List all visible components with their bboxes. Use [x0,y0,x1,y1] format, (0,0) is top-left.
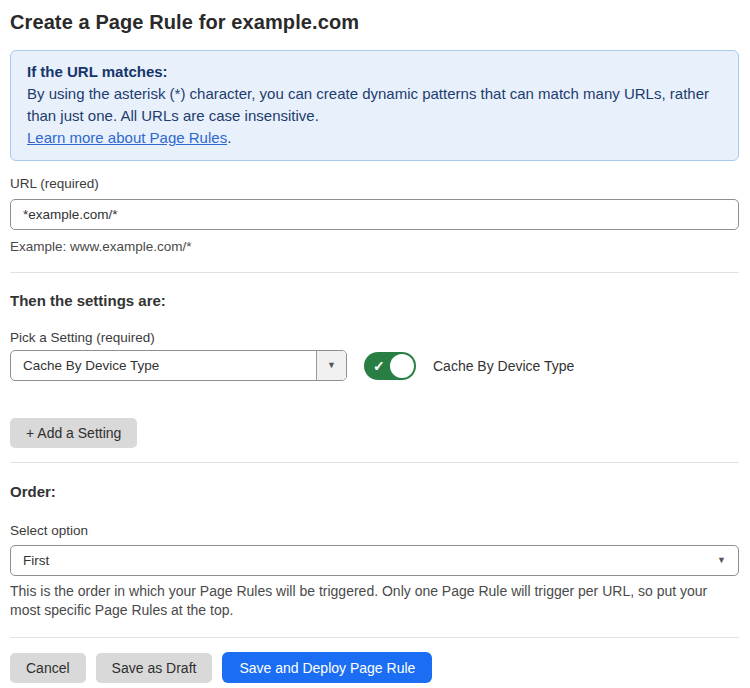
info-box-link-line: Learn more about Page Rules. [27,127,722,149]
toggle-knob [390,354,414,378]
link-suffix: . [227,129,231,146]
dropdown-arrow-button[interactable]: ▼ [316,351,346,380]
url-input[interactable] [10,199,739,230]
settings-heading: Then the settings are: [10,292,739,310]
setting-select-value: Cache By Device Type [11,351,316,380]
learn-more-link[interactable]: Learn more about Page Rules [27,129,227,146]
pick-setting-label: Pick a Setting (required) [10,330,739,346]
check-icon: ✓ [373,357,385,375]
url-helper-text: Example: www.example.com/* [10,237,739,256]
page-title: Create a Page Rule for example.com [10,8,739,36]
footer-actions: Cancel Save as Draft Save and Deploy Pag… [10,652,739,683]
save-deploy-button[interactable]: Save and Deploy Page Rule [222,652,432,683]
setting-select[interactable]: Cache By Device Type ▼ [10,350,347,381]
divider [10,272,739,273]
save-draft-button[interactable]: Save as Draft [96,653,213,683]
url-match-info-box: If the URL matches: By using the asteris… [10,50,739,161]
order-select-value: First [23,553,717,568]
cache-by-device-type-toggle[interactable]: ✓ [364,352,416,380]
toggle-label: Cache By Device Type [433,358,574,374]
chevron-down-icon: ▼ [327,361,336,370]
select-option-label: Select option [10,523,739,539]
chevron-down-icon: ▼ [717,556,726,565]
add-setting-button[interactable]: + Add a Setting [10,418,137,448]
order-select[interactable]: First ▼ [10,545,739,576]
divider [10,637,739,638]
info-box-heading: If the URL matches: [27,61,722,83]
url-label: URL (required) [10,176,739,192]
order-heading: Order: [10,483,739,501]
setting-row: Cache By Device Type ▼ ✓ Cache By Device… [10,350,739,381]
info-box-body: By using the asterisk (*) character, you… [27,83,722,127]
cancel-button[interactable]: Cancel [10,653,86,683]
order-helper-text: This is the order in which your Page Rul… [10,582,739,620]
divider [10,462,739,463]
